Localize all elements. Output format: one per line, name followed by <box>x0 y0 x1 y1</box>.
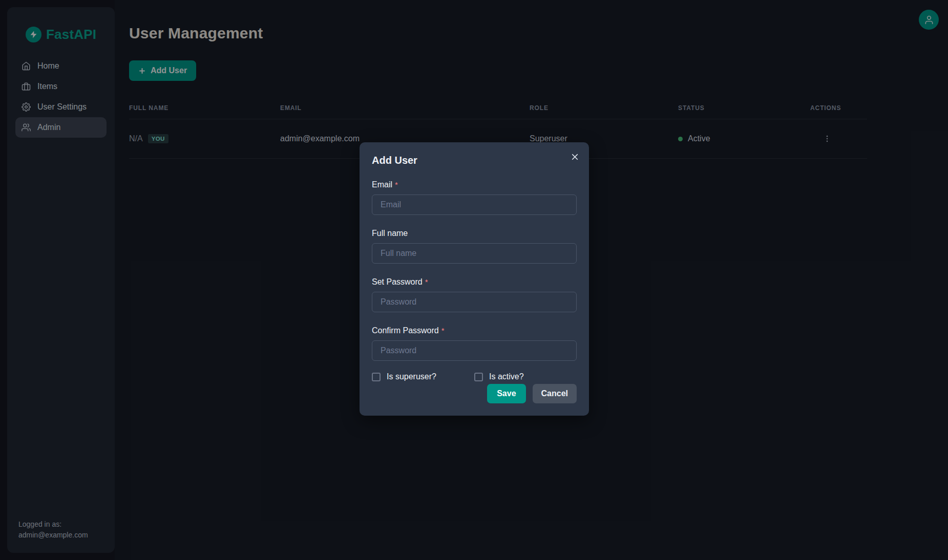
full-name-label-text: Full name <box>372 229 408 238</box>
set-password-field-group: Set Password* <box>372 277 577 312</box>
is-active-checkbox-item: Is active? <box>474 372 577 381</box>
modal-title: Add User <box>372 155 577 166</box>
close-icon <box>570 152 580 162</box>
required-asterisk: * <box>425 277 428 286</box>
add-user-modal: Add User Email* Full name Set Password* <box>360 142 589 416</box>
email-field-group: Email* <box>372 180 577 215</box>
checkbox-row: Is superuser? Is active? <box>372 372 577 381</box>
confirm-password-field-group: Confirm Password* <box>372 326 577 361</box>
is-active-label: Is active? <box>489 372 524 381</box>
page-root: User Management Add User FULL N <box>0 0 948 560</box>
email-field[interactable] <box>372 195 577 215</box>
modal-footer: Save Cancel <box>372 384 577 403</box>
cancel-button[interactable]: Cancel <box>533 384 577 403</box>
confirm-password-label: Confirm Password* <box>372 326 577 335</box>
is-superuser-label: Is superuser? <box>387 372 436 381</box>
full-name-label: Full name <box>372 229 577 238</box>
confirm-password-label-text: Confirm Password <box>372 326 439 335</box>
full-name-field[interactable] <box>372 243 577 264</box>
set-password-field[interactable] <box>372 292 577 312</box>
set-password-label-text: Set Password <box>372 277 423 286</box>
save-button[interactable]: Save <box>487 384 525 403</box>
email-label: Email* <box>372 180 577 189</box>
is-active-checkbox[interactable] <box>474 373 483 381</box>
full-name-field-group: Full name <box>372 229 577 264</box>
required-asterisk: * <box>441 326 445 335</box>
confirm-password-field[interactable] <box>372 340 577 361</box>
email-label-text: Email <box>372 180 392 189</box>
required-asterisk: * <box>395 180 398 189</box>
modal-close-button[interactable] <box>566 148 583 165</box>
set-password-label: Set Password* <box>372 277 577 287</box>
is-superuser-checkbox-item: Is superuser? <box>372 372 474 381</box>
is-superuser-checkbox[interactable] <box>372 373 381 381</box>
